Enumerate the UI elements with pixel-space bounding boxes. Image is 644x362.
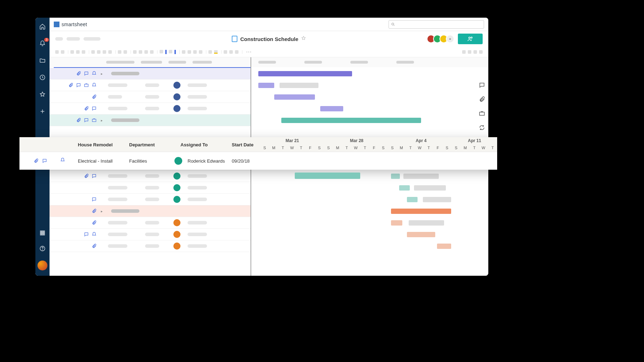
table-row[interactable] bbox=[50, 170, 251, 182]
cell-task[interactable]: Electrical - Install bbox=[78, 158, 113, 164]
avatar bbox=[173, 219, 180, 226]
add-icon[interactable] bbox=[39, 108, 46, 115]
apps-icon[interactable] bbox=[39, 229, 46, 237]
notification-badge: 3 bbox=[44, 38, 49, 42]
brand-logo[interactable]: smartsheet bbox=[54, 22, 87, 27]
column-header-start[interactable]: Start Date bbox=[232, 137, 253, 152]
comment-icon[interactable] bbox=[42, 158, 47, 163]
table-row[interactable] bbox=[50, 182, 251, 194]
brand-mark-icon bbox=[54, 22, 59, 27]
table-row[interactable] bbox=[50, 80, 251, 91]
search-input[interactable] bbox=[389, 20, 484, 29]
avatar bbox=[173, 184, 180, 191]
briefcase-icon[interactable] bbox=[92, 118, 97, 123]
help-icon[interactable] bbox=[39, 245, 46, 252]
timeline-day: F bbox=[369, 146, 379, 150]
attachment-icon[interactable] bbox=[76, 118, 81, 123]
attachment-icon[interactable] bbox=[34, 158, 39, 163]
share-button[interactable] bbox=[458, 34, 483, 44]
popout-column-headers: House Remodel Department Assigned To Sta… bbox=[19, 137, 497, 152]
gantt-bar-completed[interactable] bbox=[295, 173, 360, 179]
attachment-icon[interactable] bbox=[68, 83, 73, 88]
table-row[interactable]: ▸ bbox=[50, 205, 251, 217]
svg-point-12 bbox=[392, 23, 394, 25]
column-header-task[interactable]: House Remodel bbox=[78, 137, 113, 152]
gantt-bar-remaining[interactable] bbox=[366, 173, 396, 179]
comment-icon[interactable] bbox=[92, 174, 97, 179]
column-header-assigned[interactable]: Assigned To bbox=[180, 137, 208, 152]
timeline-day: T bbox=[424, 146, 433, 150]
search-icon bbox=[391, 22, 395, 27]
reminder-icon[interactable] bbox=[92, 71, 97, 76]
timeline-day: W bbox=[415, 146, 424, 150]
svg-point-11 bbox=[42, 250, 43, 250]
table-row[interactable]: ▸ bbox=[50, 115, 251, 126]
selected-task-row[interactable]: Electrical - Install Facilities Roderick… bbox=[19, 152, 497, 170]
detail-panel bbox=[476, 78, 488, 145]
attachment-icon[interactable] bbox=[92, 209, 97, 214]
attachment-icon[interactable] bbox=[92, 244, 97, 249]
timeline-day: S bbox=[324, 146, 333, 150]
svg-rect-3 bbox=[44, 231, 45, 232]
collaborator-avatars[interactable]: + bbox=[429, 35, 454, 43]
svg-rect-1 bbox=[40, 231, 41, 232]
top-bar: smartsheet bbox=[50, 18, 488, 31]
timeline-day: T bbox=[297, 146, 306, 150]
table-row[interactable] bbox=[50, 240, 251, 252]
attachments-icon[interactable] bbox=[479, 96, 485, 103]
favorite-toggle[interactable] bbox=[301, 36, 306, 42]
cell-start-date[interactable]: 09/20/18 bbox=[232, 158, 250, 164]
attachment-icon[interactable] bbox=[76, 71, 81, 76]
table-row[interactable] bbox=[50, 91, 251, 103]
table-row[interactable] bbox=[50, 103, 251, 115]
recent-icon[interactable] bbox=[39, 74, 46, 81]
timeline-day: M bbox=[269, 146, 278, 150]
comment-icon[interactable] bbox=[92, 197, 97, 202]
notifications-icon[interactable]: 3 bbox=[39, 40, 46, 47]
cell-department[interactable]: Facilities bbox=[129, 158, 147, 164]
reminder-icon[interactable] bbox=[92, 83, 97, 88]
reminder-icon[interactable] bbox=[60, 158, 65, 164]
attachment-icon[interactable] bbox=[84, 174, 89, 179]
svg-rect-7 bbox=[40, 234, 41, 235]
svg-rect-8 bbox=[42, 234, 43, 235]
avatar bbox=[173, 105, 180, 112]
svg-rect-6 bbox=[44, 233, 45, 234]
briefcase-icon[interactable] bbox=[84, 83, 89, 88]
svg-rect-2 bbox=[42, 231, 43, 232]
favorites-icon[interactable] bbox=[39, 91, 46, 98]
table-row[interactable] bbox=[50, 229, 251, 240]
table-row[interactable]: ▸ bbox=[50, 68, 251, 80]
comment-icon[interactable] bbox=[84, 232, 89, 237]
proofs-icon[interactable] bbox=[479, 110, 485, 117]
table-row[interactable] bbox=[50, 194, 251, 205]
attachment-icon[interactable] bbox=[92, 220, 97, 225]
folder-icon[interactable] bbox=[39, 57, 46, 64]
comment-icon[interactable] bbox=[92, 106, 97, 111]
attachment-icon[interactable] bbox=[84, 106, 89, 111]
comment-icon[interactable] bbox=[76, 83, 81, 88]
attachment-icon[interactable] bbox=[92, 94, 97, 99]
home-icon[interactable] bbox=[39, 23, 46, 30]
cell-assigned[interactable]: Roderick Edwards bbox=[188, 158, 225, 164]
reminder-icon[interactable] bbox=[92, 232, 97, 237]
user-avatar[interactable] bbox=[38, 261, 47, 270]
avatar bbox=[173, 231, 180, 238]
timeline-weeks: Mar 21 Mar 28 Apr 4 Apr 11 bbox=[260, 137, 497, 144]
comment-icon[interactable] bbox=[84, 118, 89, 123]
column-header-department[interactable]: Department bbox=[129, 137, 155, 152]
more-icon[interactable]: ⋯ bbox=[246, 48, 252, 55]
avatar-more[interactable]: + bbox=[446, 35, 454, 43]
gantt-timeline-header: Mar 21 Mar 28 Apr 4 Apr 11 SMTWTFSSMTWTF… bbox=[260, 137, 497, 152]
timeline-day: M bbox=[333, 146, 342, 150]
update-requests-icon[interactable] bbox=[479, 124, 485, 131]
timeline-day: F bbox=[433, 146, 443, 150]
conversations-icon[interactable] bbox=[479, 82, 485, 88]
svg-rect-5 bbox=[42, 233, 43, 234]
table-row[interactable] bbox=[50, 217, 251, 229]
timeline-day: M bbox=[461, 146, 470, 150]
comment-icon[interactable] bbox=[84, 71, 89, 76]
timeline-day: S bbox=[388, 146, 397, 150]
svg-point-13 bbox=[469, 37, 471, 39]
timeline-day: W bbox=[479, 146, 488, 150]
